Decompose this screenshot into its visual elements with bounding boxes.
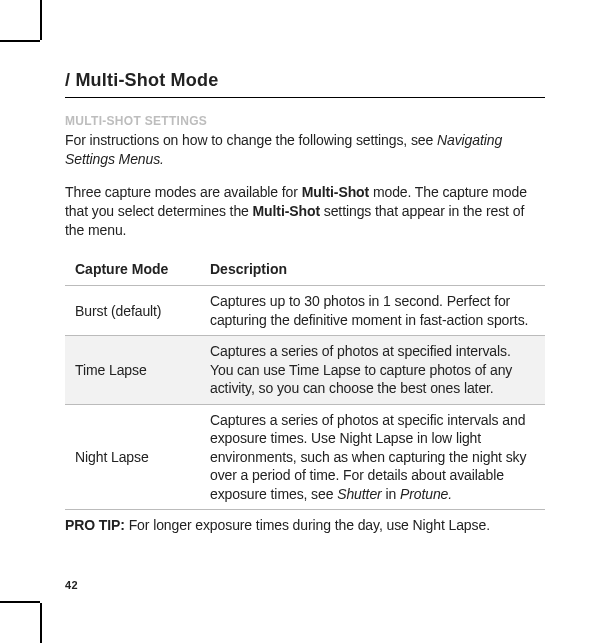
desc-text: Captures up to 30 photos in 1 second. Pe… [210, 293, 528, 327]
section-heading: MULTI-SHOT SETTINGS [65, 114, 545, 128]
page-content: / Multi-Shot Mode MULTI-SHOT SETTINGS Fo… [65, 70, 545, 535]
desc-italic: Shutter [337, 486, 381, 502]
page-number: 42 [65, 579, 78, 591]
capture-modes-table: Capture Mode Description Burst (default)… [65, 253, 545, 510]
cell-description: Captures a series of photos at specific … [200, 404, 545, 509]
intro-paragraph-2: Three capture modes are available for Mu… [65, 183, 545, 240]
crop-mark [0, 601, 40, 603]
desc-text: in [382, 486, 400, 502]
header-capture-mode: Capture Mode [65, 253, 200, 286]
cell-mode: Time Lapse [65, 336, 200, 404]
cell-description: Captures up to 30 photos in 1 second. Pe… [200, 286, 545, 336]
table-header-row: Capture Mode Description [65, 253, 545, 286]
table-row: Time Lapse Captures a series of photos a… [65, 336, 545, 404]
chapter-title: / Multi-Shot Mode [65, 70, 545, 98]
intro-paragraph-1: For instructions on how to change the fo… [65, 131, 545, 169]
pro-tip-text: For longer exposure times during the day… [129, 517, 490, 533]
crop-mark [40, 0, 42, 40]
desc-text: Captures a series of photos at specified… [210, 343, 512, 396]
cell-mode: Night Lapse [65, 404, 200, 509]
header-description: Description [200, 253, 545, 286]
intro-text: For instructions on how to change the fo… [65, 132, 437, 148]
cell-description: Captures a series of photos at specified… [200, 336, 545, 404]
cell-mode: Burst (default) [65, 286, 200, 336]
text: Three capture modes are available for [65, 184, 302, 200]
bold-term: Multi-Shot [302, 184, 369, 200]
table-row: Burst (default) Captures up to 30 photos… [65, 286, 545, 336]
pro-tip: PRO TIP: For longer exposure times durin… [65, 516, 545, 535]
pro-tip-label: PRO TIP: [65, 517, 129, 533]
crop-mark [0, 40, 40, 42]
crop-mark [40, 603, 42, 643]
table-row: Night Lapse Captures a series of photos … [65, 404, 545, 509]
desc-italic: Protune. [400, 486, 452, 502]
bold-term: Multi-Shot [253, 203, 320, 219]
